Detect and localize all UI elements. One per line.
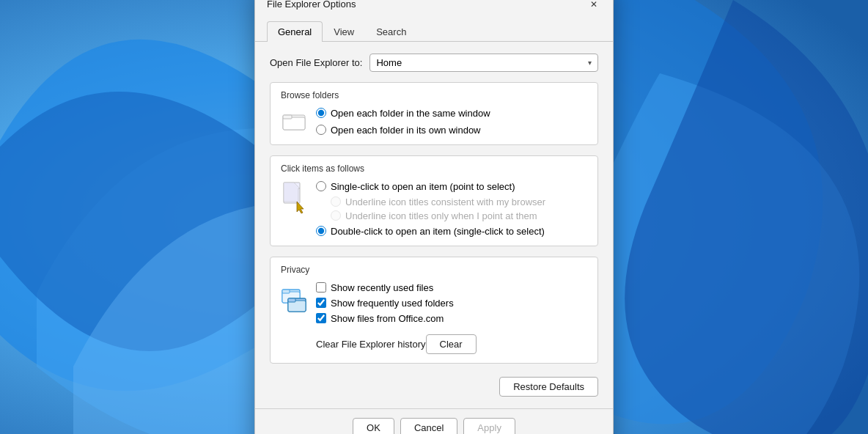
restore-defaults-button[interactable]: Restore Defaults [499, 377, 598, 397]
double-click-label: Double-click to open an item (single-cli… [331, 226, 545, 237]
file-explorer-options-dialog: File Explorer Options ✕ General View Sea… [254, 0, 614, 434]
single-click-radio[interactable] [316, 181, 326, 191]
click-items-title: Click items as follows [281, 163, 587, 174]
clear-history-label: Clear File Explorer history [316, 339, 426, 350]
ok-button[interactable]: OK [353, 418, 394, 435]
privacy-title: Privacy [281, 265, 587, 275]
clear-history-row: Clear File Explorer history Clear [316, 334, 477, 354]
privacy-content: Show recently used files Show frequently… [281, 282, 587, 354]
click-items-content: Single-click to open an item (point to s… [281, 181, 587, 237]
privacy-section: Privacy [270, 257, 598, 364]
show-office-files-option[interactable]: Show files from Office.com [316, 313, 477, 324]
underline-point-option[interactable]: Underline icon titles only when I point … [331, 210, 545, 221]
underline-point-label: Underline icon titles only when I point … [345, 210, 537, 221]
double-click-option[interactable]: Double-click to open an item (single-cli… [316, 226, 545, 237]
show-recent-files-option[interactable]: Show recently used files [316, 282, 477, 293]
svg-rect-2 [283, 117, 305, 130]
browse-folders-radio-group: Open each folder in the same window Open… [316, 108, 490, 136]
browse-same-window-label: Open each folder in the same window [331, 108, 490, 119]
chevron-down-icon: ▾ [588, 59, 592, 67]
close-button[interactable]: ✕ [584, 0, 604, 15]
tab-bar: General View Search [255, 15, 613, 42]
open-to-row: Open File Explorer to: Home ▾ [270, 54, 598, 72]
browse-own-window-label: Open each folder in its own window [331, 125, 481, 136]
underline-sub-options: Underline icon titles consistent with my… [331, 196, 545, 221]
browse-folders-section: Browse folders Open each folder in the s… [270, 82, 598, 145]
dialog-footer: OK Cancel Apply [255, 408, 613, 435]
browse-own-window-option[interactable]: Open each folder in its own window [316, 125, 490, 136]
svg-rect-3 [283, 115, 292, 119]
browse-same-window-radio[interactable] [316, 108, 326, 118]
dialog-titlebar: File Explorer Options ✕ [255, 0, 613, 15]
dropdown-value: Home [376, 57, 402, 68]
show-recent-files-checkbox[interactable] [316, 282, 326, 293]
double-click-radio[interactable] [316, 226, 326, 236]
underline-browser-option[interactable]: Underline icon titles consistent with my… [331, 196, 545, 207]
restore-defaults-row: Restore Defaults [270, 377, 598, 397]
click-icon [281, 181, 307, 216]
open-to-label: Open File Explorer to: [270, 57, 362, 68]
svg-rect-10 [288, 298, 295, 302]
dialog-body: Open File Explorer to: Home ▾ Browse fol… [255, 42, 613, 408]
dialog-title: File Explorer Options [267, 0, 356, 10]
underline-browser-label: Underline icon titles consistent with my… [345, 196, 545, 207]
tab-view[interactable]: View [323, 21, 365, 42]
underline-point-radio [331, 210, 341, 221]
show-recent-files-label: Show recently used files [331, 282, 433, 293]
click-items-radio-group: Single-click to open an item (point to s… [316, 181, 545, 237]
browse-same-window-option[interactable]: Open each folder in the same window [316, 108, 490, 119]
apply-button[interactable]: Apply [463, 418, 515, 435]
browse-folders-content: Open each folder in the same window Open… [281, 108, 587, 136]
folder-icon [281, 108, 307, 134]
tab-general[interactable]: General [267, 21, 323, 42]
cancel-button[interactable]: Cancel [400, 418, 457, 435]
open-to-dropdown[interactable]: Home ▾ [369, 54, 598, 72]
single-click-label: Single-click to open an item (point to s… [331, 181, 515, 192]
show-office-files-label: Show files from Office.com [331, 313, 444, 324]
svg-rect-7 [282, 290, 290, 293]
single-click-option[interactable]: Single-click to open an item (point to s… [316, 181, 545, 192]
show-frequent-folders-checkbox[interactable] [316, 298, 326, 308]
show-frequent-folders-label: Show frequently used folders [331, 298, 454, 309]
show-office-files-checkbox[interactable] [316, 313, 326, 323]
tab-search[interactable]: Search [365, 21, 417, 42]
browse-folders-title: Browse folders [281, 90, 587, 100]
browse-own-window-radio[interactable] [316, 125, 326, 135]
clear-button[interactable]: Clear [426, 334, 477, 354]
click-items-section: Click items as follows [270, 155, 598, 246]
privacy-icon [281, 282, 307, 317]
underline-browser-radio [331, 196, 341, 207]
privacy-checkbox-group: Show recently used files Show frequently… [316, 282, 477, 354]
show-frequent-folders-option[interactable]: Show frequently used folders [316, 298, 477, 309]
